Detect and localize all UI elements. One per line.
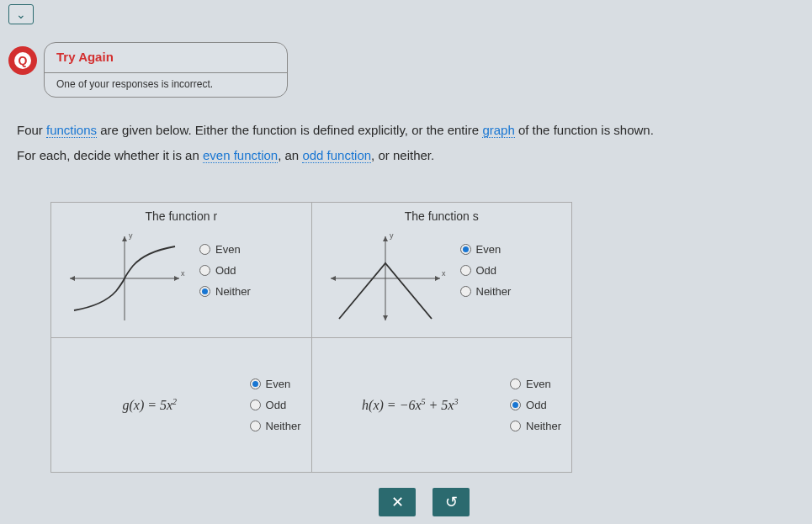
svg-text:y: y: [129, 231, 133, 240]
try-again-box: Try Again One of your responses is incor…: [44, 42, 288, 98]
svg-marker-4: [122, 236, 127, 241]
reset-button[interactable]: ↺: [433, 488, 470, 516]
text: , an: [278, 148, 302, 162]
formula-g: g(x) = 5x2: [61, 397, 238, 413]
link-even-function[interactable]: even function: [203, 148, 278, 163]
option-r-odd[interactable]: Odd: [199, 264, 251, 277]
svg-text:y: y: [390, 231, 394, 240]
option-label: Odd: [266, 399, 287, 411]
svg-marker-11: [383, 236, 388, 241]
option-label: Odd: [476, 264, 497, 277]
option-s-odd[interactable]: Odd: [460, 264, 512, 277]
svg-marker-12: [383, 315, 388, 320]
option-label: Neither: [266, 420, 301, 432]
option-label: Even: [526, 378, 551, 390]
problem-statement: Four functions are given below. Either t…: [17, 118, 791, 168]
options-r: Even Odd Neither: [199, 243, 251, 298]
option-label: Neither: [476, 285, 512, 298]
link-graph[interactable]: graph: [482, 123, 514, 138]
close-button[interactable]: ✕: [379, 488, 416, 516]
chevron-down-icon: ⌄: [16, 8, 26, 21]
option-h-neither[interactable]: Neither: [510, 420, 561, 432]
link-functions[interactable]: functions: [46, 123, 97, 138]
collapse-chevron[interactable]: ⌄: [8, 4, 34, 24]
cell-function-g: g(x) = 5x2 Even Odd Neither: [51, 338, 311, 472]
radio-icon: [460, 286, 471, 297]
text: Four: [17, 123, 46, 137]
cell-function-s: The function s x y Even Odd Neither: [311, 203, 572, 337]
graph-s: x y: [322, 228, 448, 329]
text: For each, decide whether it is an: [17, 148, 203, 162]
graph-r: x y: [61, 228, 188, 329]
cell-function-h: h(x) = −6x5 + 5x3 Even Odd Neither: [311, 338, 572, 472]
formula-h: h(x) = −6x5 + 5x3: [322, 397, 499, 413]
bottom-buttons: ✕ ↺: [379, 488, 470, 516]
option-label: Even: [476, 243, 502, 256]
option-label: Even: [266, 378, 291, 390]
radio-icon: [250, 421, 261, 431]
svg-text:x: x: [442, 269, 446, 278]
option-g-odd[interactable]: Odd: [250, 399, 301, 411]
option-r-even[interactable]: Even: [199, 243, 251, 256]
radio-icon: [460, 244, 471, 255]
svg-marker-8: [435, 276, 440, 281]
radio-icon: [460, 265, 471, 276]
link-odd-function[interactable]: odd function: [302, 148, 371, 163]
svg-marker-9: [331, 276, 336, 281]
reset-icon: ↺: [445, 493, 458, 511]
option-label: Odd: [526, 399, 547, 411]
text: are given below. Either the function is …: [97, 123, 482, 137]
radio-icon: [510, 421, 521, 431]
functions-grid: The function r x y Even Odd Neither: [50, 202, 572, 473]
radio-icon: [510, 400, 521, 410]
svg-marker-2: [70, 276, 75, 281]
try-again-message: One of your responses is incorrect.: [45, 72, 287, 97]
option-r-neither[interactable]: Neither: [199, 285, 251, 298]
cell-function-r: The function r x y Even Odd Neither: [51, 203, 311, 337]
text: , or neither.: [371, 148, 434, 162]
option-s-neither[interactable]: Neither: [460, 285, 512, 298]
option-label: Even: [215, 243, 241, 256]
radio-icon: [250, 378, 261, 389]
svg-text:x: x: [181, 269, 185, 278]
try-again-title: Try Again: [45, 50, 287, 72]
option-g-neither[interactable]: Neither: [250, 420, 301, 432]
option-label: Neither: [215, 285, 251, 298]
badge-letter: Q: [14, 52, 31, 69]
radio-icon: [199, 265, 210, 276]
option-label: Neither: [526, 420, 561, 432]
option-h-even[interactable]: Even: [510, 378, 561, 390]
options-h: Even Odd Neither: [510, 378, 561, 432]
header-r: The function r: [51, 209, 311, 223]
radio-icon: [199, 286, 210, 297]
feedback-badge: Q: [8, 46, 37, 75]
option-s-even[interactable]: Even: [460, 243, 512, 256]
option-label: Odd: [215, 264, 236, 277]
radio-icon: [250, 400, 261, 410]
radio-icon: [199, 244, 210, 255]
text: of the function is shown.: [515, 123, 654, 137]
option-g-even[interactable]: Even: [250, 378, 301, 390]
svg-marker-1: [174, 276, 179, 281]
close-icon: ✕: [391, 493, 404, 511]
option-h-odd[interactable]: Odd: [510, 399, 561, 411]
options-s: Even Odd Neither: [460, 243, 512, 298]
options-g: Even Odd Neither: [250, 378, 301, 432]
header-s: The function s: [312, 209, 572, 223]
radio-icon: [510, 378, 521, 389]
